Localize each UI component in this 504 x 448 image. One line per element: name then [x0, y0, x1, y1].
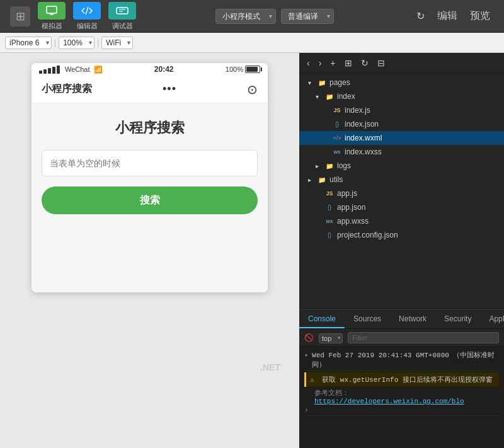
project-json-icon: {} — [324, 232, 335, 238]
chevron-right-icon-utils: ▸ — [304, 176, 314, 183]
debugger-button[interactable]: 调试器 — [108, 2, 136, 31]
tree-item-logs-folder[interactable]: ▸ 📁 logs — [299, 159, 504, 173]
editor-icon — [73, 2, 101, 20]
console-filter-bar: 🚫 top — [299, 329, 504, 347]
simulator-button[interactable]: 模拟器 — [38, 2, 66, 31]
signal-bar-5 — [57, 66, 60, 74]
phone-frame: WeChat 📶 20:42 100% 小程序搜索 ••• ⊙ 小程序 — [32, 63, 268, 292]
svg-line-3 — [86, 7, 88, 14]
folder-icon-utils: 📁 — [317, 176, 327, 183]
new-folder-button[interactable]: ⊞ — [342, 57, 355, 69]
editor-button[interactable]: 编辑器 — [73, 2, 101, 31]
network-select[interactable]: WiFi — [101, 37, 133, 49]
nav-back-button[interactable]: ‹ — [304, 57, 312, 69]
js-file-icon: JS — [332, 107, 342, 113]
tree-item-utils-folder[interactable]: ▸ 📁 utils — [299, 173, 504, 187]
tab-sources[interactable]: Sources — [345, 310, 390, 328]
device-select-wrapper[interactable]: iPhone 6 — [5, 37, 52, 49]
phone-status-bar: WeChat 📶 20:42 100% — [32, 63, 268, 76]
filter-icon: 🚫 — [304, 333, 314, 342]
phone-battery: 100% — [226, 66, 260, 73]
tree-label-project-json: project.config.json — [337, 231, 398, 239]
signal-dots — [39, 66, 60, 74]
console-warning-entry: ⚠ 获取 wx.getUserInfo 接口后续将不再出现授权弹窗 — [304, 372, 499, 387]
signal-bar-1 — [39, 71, 42, 74]
chevron-right-icon-logs: ▸ — [312, 163, 322, 169]
tab-security[interactable]: Security — [435, 310, 480, 328]
new-file-button[interactable]: + — [328, 57, 338, 69]
carrier-label: WeChat — [65, 66, 90, 73]
compile-select-wrapper[interactable]: 普通编译 — [281, 9, 334, 24]
tree-label-app-json: app.json — [337, 203, 365, 212]
folder-icon-index: 📁 — [324, 93, 335, 100]
tree-item-index-wxml[interactable]: </> index.wxml — [299, 131, 504, 145]
separator: | — [54, 38, 56, 47]
main-area: WeChat 📶 20:42 100% 小程序搜索 ••• ⊙ 小程序 — [0, 53, 504, 448]
json-file-icon: {} — [332, 121, 342, 127]
refresh-button[interactable]: ↻ — [413, 9, 428, 23]
tree-item-pages[interactable]: ▾ 📁 pages — [299, 76, 504, 89]
refresh-tree-button[interactable]: ↻ — [358, 57, 371, 69]
network-select-wrapper[interactable]: WiFi — [101, 37, 133, 49]
nav-title: 小程序搜索 — [42, 83, 92, 96]
context-select[interactable]: top — [319, 333, 343, 343]
signal-bar-2 — [43, 69, 47, 74]
phone-panel: WeChat 📶 20:42 100% 小程序搜索 ••• ⊙ 小程序 — [0, 53, 299, 448]
simulator-label: 模拟器 — [42, 21, 62, 31]
tree-label-app-wxss: app.wxss — [337, 217, 369, 226]
tree-item-app-wxss[interactable]: wx app.wxss — [299, 214, 504, 228]
tree-label-logs: logs — [337, 161, 351, 170]
signal-bar-4 — [52, 67, 55, 74]
tab-network[interactable]: Network — [390, 310, 435, 328]
simulator-icon — [38, 2, 66, 20]
phone-search-button[interactable]: 搜索 — [42, 187, 258, 214]
tab-network-label: Network — [399, 314, 427, 323]
tab-appda[interactable]: AppDa — [480, 310, 504, 328]
tree-item-app-js[interactable]: JS app.js — [299, 187, 504, 200]
tree-item-index-wxss[interactable]: wx index.wxss — [299, 145, 504, 159]
ref-label: 参考文档： — [314, 389, 349, 397]
phone-search-input[interactable] — [42, 150, 258, 176]
mode-select[interactable]: 小程序模式 — [215, 9, 276, 24]
tree-item-index-js[interactable]: JS index.js — [299, 103, 504, 117]
tree-label-index-wxss: index.wxss — [345, 147, 382, 156]
collapse-tree-button[interactable]: ⊟ — [375, 57, 387, 69]
wifi-icon: 📶 — [94, 66, 103, 74]
svg-rect-1 — [50, 14, 54, 15]
file-tree: ▾ 📁 pages ▾ 📁 index JS index.js {} index… — [299, 73, 504, 309]
tree-item-project-json[interactable]: {} project.config.json — [299, 228, 504, 242]
app-icon: ⊞ — [10, 6, 30, 26]
toolbar-right: ↻ 编辑 预览 — [413, 8, 494, 24]
console-filter-input[interactable] — [348, 332, 499, 343]
tree-item-index-folder[interactable]: ▾ 📁 index — [299, 89, 504, 103]
svg-rect-0 — [47, 6, 57, 13]
svg-rect-4 — [117, 8, 128, 14]
nav-dots: ••• — [163, 83, 176, 96]
more-button[interactable]: 预览 — [466, 8, 494, 24]
expand-arrow-icon: › — [304, 406, 309, 414]
context-select-wrapper[interactable]: top — [319, 332, 343, 343]
tree-item-index-json[interactable]: {} index.json — [299, 117, 504, 131]
tab-console-label: Console — [308, 314, 336, 323]
wxml-file-icon: </> — [332, 135, 342, 141]
battery-bar — [245, 66, 260, 73]
nav-forward-button[interactable]: › — [316, 57, 324, 69]
compile-select[interactable]: 普通编译 — [281, 9, 334, 24]
preview-button[interactable]: 编辑 — [433, 8, 461, 24]
filetree-toolbar: ‹ › + ⊞ ↻ ⊟ — [299, 53, 504, 73]
console-expand-row[interactable]: › — [304, 405, 499, 416]
battery-pct-label: 100% — [226, 66, 243, 73]
tab-console[interactable]: Console — [299, 310, 345, 328]
device-select[interactable]: iPhone 6 — [5, 37, 52, 49]
phone-content: 小程序搜索 搜索 — [32, 103, 268, 292]
mode-select-wrapper[interactable]: 小程序模式 — [215, 9, 276, 24]
chevron-down-icon: ▾ — [304, 79, 314, 86]
wxss-file-icon: wx — [332, 149, 342, 155]
zoom-select[interactable]: 100% — [59, 37, 94, 49]
tree-item-app-json[interactable]: {} app.json — [299, 200, 504, 214]
ref-link[interactable]: https://developers.weixin.qq.com/blo — [314, 398, 464, 405]
signal-bar-3 — [48, 68, 51, 74]
zoom-select-wrapper[interactable]: 100% — [59, 37, 94, 49]
tab-sources-label: Sources — [353, 314, 381, 323]
separator2: | — [97, 38, 99, 47]
